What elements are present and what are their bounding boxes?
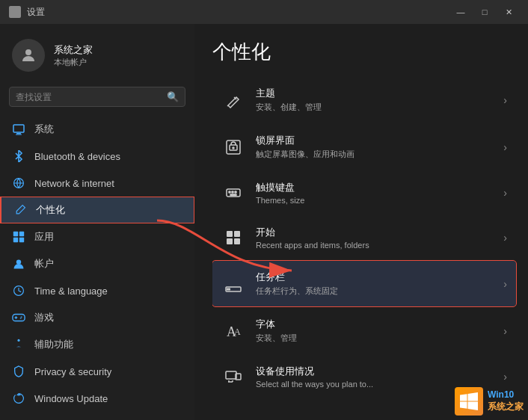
- content-area: 系统之家 本地帐户 🔍 系统: [0, 24, 528, 420]
- taskbar-arrow: ›: [503, 278, 507, 290]
- svg-rect-2: [16, 133, 21, 135]
- settings-item-themes[interactable]: 主题 安装、创建、管理 ›: [212, 77, 516, 123]
- watermark-line2: 系统之家: [488, 401, 524, 413]
- svg-rect-11: [13, 315, 25, 321]
- settings-list: 主题 安装、创建、管理 ›: [212, 77, 528, 420]
- svg-rect-8: [19, 238, 24, 242]
- sidebar-item-accounts-label: 帐户: [34, 257, 182, 271]
- settings-item-touchkb[interactable]: 触摸键盘 Themes, size ›: [212, 171, 516, 214]
- start-icon: [221, 226, 245, 250]
- themes-arrow: ›: [503, 94, 507, 106]
- svg-point-0: [25, 49, 31, 55]
- sidebar-item-privacy-label: Privacy & security: [34, 366, 182, 377]
- sidebar-item-accessibility-label: 辅助功能: [34, 338, 182, 351]
- watermark-text: Win10 系统之家: [488, 389, 524, 413]
- personalization-icon: [13, 203, 27, 217]
- watermark: Win10 系统之家: [455, 387, 524, 416]
- titlebar: 设置 — □ ✕: [0, 0, 528, 24]
- svg-point-15: [233, 147, 234, 149]
- sidebar-item-accessibility[interactable]: 辅助功能: [0, 331, 194, 358]
- start-title: 开始: [256, 226, 493, 239]
- start-arrow: ›: [503, 232, 507, 244]
- sidebar-item-gaming-label: 游戏: [34, 311, 182, 324]
- fonts-arrow: ›: [503, 325, 507, 337]
- svg-rect-23: [227, 238, 233, 244]
- deviceusage-arrow: ›: [503, 371, 507, 383]
- titlebar-left: 设置: [9, 6, 45, 19]
- themes-title: 主题: [256, 87, 493, 100]
- svg-text:A: A: [234, 327, 241, 337]
- svg-rect-22: [234, 231, 240, 237]
- user-section: 系统之家 本地帐户: [0, 33, 194, 84]
- gaming-icon: [12, 311, 25, 324]
- sidebar-item-time[interactable]: Time & language: [0, 277, 194, 304]
- sidebar-item-accounts[interactable]: 帐户: [0, 250, 194, 277]
- settings-item-lockscreen[interactable]: 锁屏界面 触定屏幕图像、应用和动画 ›: [212, 124, 516, 170]
- touchkb-arrow: ›: [503, 187, 507, 199]
- search-input[interactable]: [16, 92, 161, 102]
- sidebar-item-update-label: Windows Update: [34, 393, 182, 404]
- bluetooth-icon: [12, 149, 25, 163]
- user-type: 本地帐户: [54, 57, 93, 68]
- device-icon: [221, 365, 245, 389]
- taskbar-desc: 任务栏行为、系统固定: [256, 285, 493, 297]
- svg-rect-19: [235, 191, 236, 193]
- fonts-desc: 安装、管理: [256, 333, 493, 344]
- svg-rect-20: [230, 194, 236, 196]
- taskbar-title: 任务栏: [256, 271, 493, 284]
- sidebar: 系统之家 本地帐户 🔍 系统: [0, 24, 194, 420]
- lockscreen-text: 锁屏界面 触定屏幕图像、应用和动画: [256, 134, 493, 160]
- svg-rect-7: [13, 238, 18, 242]
- svg-rect-24: [234, 238, 240, 244]
- svg-rect-18: [232, 191, 233, 193]
- watermark-logo: [455, 387, 483, 416]
- user-info: 系统之家 本地帐户: [54, 43, 93, 68]
- lockscreen-title: 锁屏界面: [256, 134, 493, 147]
- sidebar-item-personalization[interactable]: 个性化: [0, 197, 194, 223]
- themes-text: 主题 安装、创建、管理: [256, 87, 493, 113]
- user-name: 系统之家: [54, 43, 93, 57]
- lockscreen-arrow: ›: [503, 141, 507, 153]
- sidebar-item-network[interactable]: Network & internet: [0, 170, 194, 197]
- settings-item-taskbar[interactable]: 任务栏 任务栏行为、系统固定 ›: [212, 261, 516, 306]
- sidebar-item-personalization-label: 个性化: [36, 203, 182, 217]
- sidebar-item-bluetooth[interactable]: Bluetooth & devices: [0, 143, 194, 170]
- start-desc: Recent apps and items, folders: [256, 241, 493, 250]
- sidebar-item-update[interactable]: Windows Update: [0, 385, 194, 412]
- watermark-line1: Win10: [488, 389, 524, 401]
- svg-rect-3: [16, 135, 22, 135]
- svg-rect-5: [13, 232, 18, 236]
- touchkb-desc: Themes, size: [256, 196, 493, 205]
- system-icon: [12, 123, 25, 136]
- settings-window: 设置 — □ ✕ 系统之家 本地帐户: [0, 0, 528, 420]
- sidebar-item-system[interactable]: 系统: [0, 116, 194, 143]
- network-icon: [12, 176, 25, 190]
- settings-item-fonts[interactable]: A A 字体 安装、管理 ›: [212, 308, 516, 353]
- accessibility-icon: [12, 338, 25, 351]
- svg-point-9: [16, 259, 21, 264]
- deviceusage-title: 设备使用情况: [256, 365, 493, 378]
- deviceusage-text: 设备使用情况 Select all the ways you plan to..…: [256, 365, 493, 389]
- svg-rect-21: [227, 231, 233, 237]
- time-icon: [12, 284, 25, 297]
- sidebar-item-apps[interactable]: 应用: [0, 223, 194, 250]
- start-text: 开始 Recent apps and items, folders: [256, 226, 493, 250]
- minimize-button[interactable]: —: [450, 4, 471, 19]
- themes-desc: 安装、创建、管理: [256, 102, 493, 113]
- sidebar-item-privacy[interactable]: Privacy & security: [0, 358, 194, 385]
- sidebar-item-apps-label: 应用: [34, 230, 182, 244]
- sidebar-item-bluetooth-label: Bluetooth & devices: [34, 151, 182, 162]
- svg-rect-6: [19, 232, 24, 236]
- nav-items: 系统 Bluetooth & devices: [0, 116, 194, 420]
- maximize-button[interactable]: □: [474, 4, 495, 19]
- svg-rect-1: [13, 125, 24, 132]
- sidebar-item-network-label: Network & internet: [34, 178, 182, 189]
- close-button[interactable]: ✕: [498, 4, 519, 19]
- taskbar-icon: [221, 272, 245, 296]
- touchkb-title: 触摸键盘: [256, 181, 493, 194]
- sidebar-item-gaming[interactable]: 游戏: [0, 304, 194, 331]
- svg-rect-17: [229, 191, 230, 193]
- update-icon: [12, 392, 25, 405]
- search-box[interactable]: 🔍: [9, 87, 185, 107]
- settings-item-start[interactable]: 开始 Recent apps and items, folders ›: [212, 216, 516, 259]
